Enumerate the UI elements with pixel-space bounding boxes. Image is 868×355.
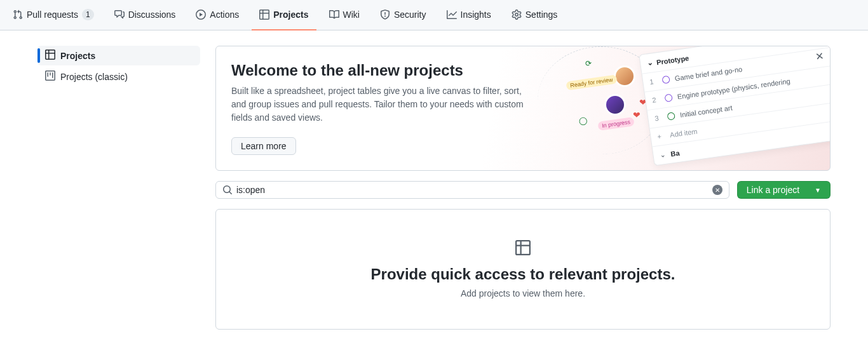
triangle-down-icon: ▼ xyxy=(815,187,821,194)
search-box[interactable]: ✕ xyxy=(215,181,729,199)
shield-icon xyxy=(380,10,390,20)
tab-label: Discussions xyxy=(128,10,176,20)
sidebar: Projects Projects (classic) xyxy=(37,46,200,330)
empty-subtitle: Add projects to view them here. xyxy=(231,288,815,298)
gear-icon xyxy=(512,10,522,20)
book-icon xyxy=(329,10,339,20)
learn-more-label: Learn more xyxy=(241,141,287,151)
heart-icon: ❤ xyxy=(633,110,641,120)
tab-insights[interactable]: Insights xyxy=(439,0,499,30)
tab-settings[interactable]: Settings xyxy=(504,0,566,30)
tab-label: Settings xyxy=(526,10,558,20)
repo-tabs: Pull requests 1 Discussions Actions Proj… xyxy=(0,0,868,30)
pull-requests-count: 1 xyxy=(82,9,94,20)
tab-label: Pull requests xyxy=(27,10,78,20)
main-content: Welcome to the all-new projects Built li… xyxy=(215,46,831,330)
sidebar-item-label: Projects xyxy=(60,51,95,61)
learn-more-button[interactable]: Learn more xyxy=(231,137,296,155)
tab-label: Actions xyxy=(210,10,239,20)
search-row: ✕ Link a project ▼ xyxy=(215,181,831,199)
tab-label: Wiki xyxy=(343,10,360,20)
welcome-title: Welcome to the all-new projects xyxy=(231,62,815,79)
tab-label: Insights xyxy=(461,10,491,20)
status-tag: In progress xyxy=(597,117,634,131)
chevron-down-icon: ⌄ xyxy=(660,151,667,159)
sidebar-item-label: Projects (classic) xyxy=(60,72,128,82)
tab-security[interactable]: Security xyxy=(372,0,434,30)
project-icon xyxy=(45,70,55,83)
table-icon xyxy=(231,240,815,255)
empty-state: Provide quick access to relevant project… xyxy=(215,209,831,330)
clear-search-icon[interactable]: ✕ xyxy=(712,185,722,195)
link-project-label: Link a project xyxy=(747,185,799,195)
tab-actions[interactable]: Actions xyxy=(188,0,247,30)
mock-row-text: Initial concept art xyxy=(679,104,733,119)
search-input[interactable] xyxy=(236,185,709,195)
sidebar-item-projects-classic[interactable]: Projects (classic) xyxy=(37,67,200,86)
graph-icon xyxy=(447,10,457,20)
sidebar-item-projects[interactable]: Projects xyxy=(37,46,200,65)
search-icon xyxy=(222,185,233,195)
welcome-banner: Welcome to the all-new projects Built li… xyxy=(215,46,831,171)
mock-row-text: Engine prototype (physics, rendering xyxy=(677,77,790,100)
heart-icon: ❤ xyxy=(639,97,647,107)
tab-pull-requests[interactable]: Pull requests 1 xyxy=(5,0,102,30)
mock-add-item: Add item xyxy=(669,128,698,139)
table-icon xyxy=(259,10,269,20)
tab-label: Security xyxy=(394,10,426,20)
tab-projects[interactable]: Projects xyxy=(252,0,316,30)
close-icon[interactable]: ✕ xyxy=(815,50,825,63)
tab-discussions[interactable]: Discussions xyxy=(107,0,184,30)
link-project-button[interactable]: Link a project ▼ xyxy=(737,181,831,199)
comment-discussion-icon xyxy=(114,10,125,20)
play-icon xyxy=(196,10,206,20)
empty-title: Provide quick access to relevant project… xyxy=(231,265,815,283)
circle-icon: ◯ xyxy=(579,116,587,125)
table-icon xyxy=(45,50,55,62)
avatar xyxy=(604,94,626,116)
git-pull-request-icon xyxy=(13,10,23,20)
tab-wiki[interactable]: Wiki xyxy=(322,0,367,30)
tab-label: Projects xyxy=(273,10,308,20)
welcome-body: Built like a spreadsheet, project tables… xyxy=(231,84,530,124)
